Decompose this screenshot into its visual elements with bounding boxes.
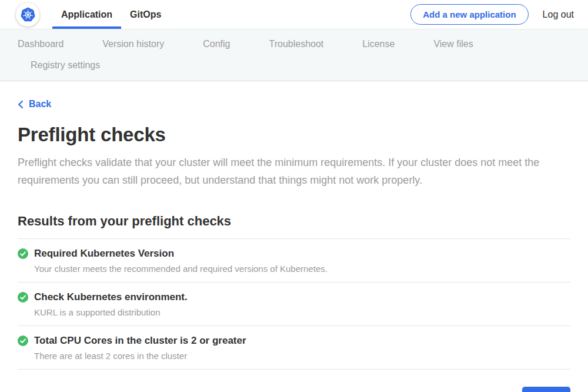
logout-link[interactable]: Log out xyxy=(543,9,574,20)
subnav-row-2: Registry settings xyxy=(18,55,570,76)
subnav-item-troubleshoot[interactable]: Troubleshoot xyxy=(269,34,323,55)
check-item-kubernetes-version: Required Kubernetes Version Your cluster… xyxy=(18,239,570,283)
subnav-item-registry-settings[interactable]: Registry settings xyxy=(31,55,100,76)
results-heading: Results from your preflight checks xyxy=(18,214,570,229)
subnav-item-license[interactable]: License xyxy=(362,34,395,55)
top-navbar: Application GitOps Add a new application… xyxy=(0,0,588,29)
tab-application[interactable]: Application xyxy=(52,0,121,29)
check-pass-icon xyxy=(18,335,28,346)
actions-row: Re-run xyxy=(18,387,570,392)
subnav-item-dashboard[interactable]: Dashboard xyxy=(18,34,64,55)
check-pass-icon xyxy=(18,292,28,303)
add-application-button[interactable]: Add a new application xyxy=(410,4,528,25)
back-link-label: Back xyxy=(29,99,51,109)
check-item-cpu-cores: Total CPU Cores in the cluster is 2 or g… xyxy=(18,326,570,370)
check-description: KURL is a supported distribution xyxy=(34,307,570,317)
main-content: Back Preflight checks Preflight checks v… xyxy=(0,81,588,392)
preflight-checks-list: Required Kubernetes Version Your cluster… xyxy=(18,238,570,370)
subnav-item-view-files[interactable]: View files xyxy=(433,34,473,55)
subnav-item-config[interactable]: Config xyxy=(203,34,230,55)
chevron-left-icon xyxy=(18,100,24,109)
check-description: Your cluster meets the recommended and r… xyxy=(34,264,570,274)
check-head: Required Kubernetes Version xyxy=(18,248,570,260)
check-title: Required Kubernetes Version xyxy=(34,248,174,260)
check-item-kubernetes-environment: Check Kubernetes environment. KURL is a … xyxy=(18,283,570,326)
tab-application-label: Application xyxy=(61,9,112,20)
subnav-item-version-history[interactable]: Version history xyxy=(102,34,164,55)
check-description: There are at least 2 cores in the cluste… xyxy=(34,351,570,361)
tab-gitops-label: GitOps xyxy=(130,9,161,20)
check-pass-icon xyxy=(18,248,28,259)
subnav-row-1: Dashboard Version history Config Trouble… xyxy=(18,34,570,55)
page-title: Preflight checks xyxy=(18,124,570,146)
kubernetes-logo[interactable] xyxy=(16,3,39,26)
tab-gitops[interactable]: GitOps xyxy=(121,0,170,29)
navbar-right: Add a new application Log out xyxy=(410,0,574,29)
check-title: Check Kubernetes environment. xyxy=(34,291,188,303)
kubernetes-icon xyxy=(20,6,36,22)
check-head: Check Kubernetes environment. xyxy=(18,291,570,303)
back-link[interactable]: Back xyxy=(18,99,51,109)
page-description: Preflight checks validate that your clus… xyxy=(18,154,570,189)
app-subnav: Dashboard Version history Config Trouble… xyxy=(0,29,588,81)
check-title: Total CPU Cores in the cluster is 2 or g… xyxy=(34,335,246,347)
rerun-button[interactable]: Re-run xyxy=(522,387,570,392)
primary-tabs: Application GitOps xyxy=(52,0,170,29)
check-head: Total CPU Cores in the cluster is 2 or g… xyxy=(18,335,570,347)
